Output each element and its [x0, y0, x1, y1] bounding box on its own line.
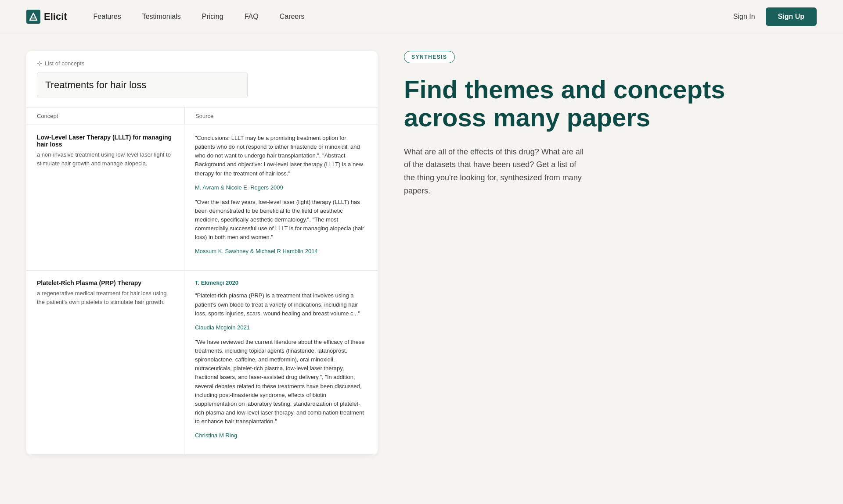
source-quote-2-2: "We have reviewed the current literature…: [195, 338, 367, 426]
table-header: Concept Source: [26, 107, 378, 125]
logo-icon: [26, 10, 40, 24]
nav-links: Features Testimonials Pricing FAQ Career…: [94, 13, 733, 21]
concept-title-2: Platelet-Rich Plasma (PRP) Therapy: [37, 279, 173, 286]
synthesis-badge: SYNTHESIS: [404, 51, 455, 63]
col-source-header: Source: [184, 107, 378, 125]
sign-up-button[interactable]: Sign Up: [766, 7, 817, 26]
col-concept-header: Concept: [26, 107, 184, 125]
source-author-2-0[interactable]: T. Ekmekçi 2020: [195, 279, 367, 286]
nav-features[interactable]: Features: [94, 13, 121, 21]
search-value: Treatments for hair loss: [45, 79, 146, 90]
concept-title-1: Low-Level Laser Therapy (LLLT) for manag…: [37, 134, 173, 148]
source-quote-1-1: "Conclusions: LLLT may be a promising tr…: [195, 134, 367, 178]
right-panel: SYNTHESIS Find themes and concepts acros…: [378, 51, 817, 455]
cell-source-1: "Conclusions: LLLT may be a promising tr…: [184, 125, 378, 270]
search-box[interactable]: Treatments for hair loss: [37, 72, 248, 98]
nav-right: Sign In Sign Up: [733, 7, 817, 26]
concept-desc-2: a regenerative medical treatment for hai…: [37, 289, 173, 306]
sign-in-link[interactable]: Sign In: [733, 13, 755, 21]
nav-faq[interactable]: FAQ: [245, 13, 259, 21]
panel-header: ⊹ List of concepts Treatments for hair l…: [26, 51, 378, 98]
svg-rect-0: [26, 10, 40, 24]
source-author-1-2[interactable]: Mossum K. Sawhney & Michael R Hamblin 20…: [195, 248, 367, 254]
nav-testimonials[interactable]: Testimonials: [142, 13, 181, 21]
source-author-2-1[interactable]: Claudia Mcgloin 2021: [195, 324, 367, 331]
right-heading: Find themes and concepts across many pap…: [404, 75, 790, 132]
logo-link[interactable]: Elicit: [26, 10, 67, 24]
logo-text: Elicit: [44, 11, 67, 22]
nav-careers[interactable]: Careers: [280, 13, 305, 21]
table-row: Low-Level Laser Therapy (LLLT) for manag…: [26, 125, 378, 271]
nav-pricing[interactable]: Pricing: [202, 13, 223, 21]
source-author-2-2[interactable]: Christina M Ring: [195, 432, 367, 439]
cell-concept-1: Low-Level Laser Therapy (LLLT) for manag…: [26, 125, 184, 270]
list-of-concepts-label: ⊹ List of concepts: [37, 60, 367, 67]
concept-desc-1: a non-invasive treatment using low-level…: [37, 150, 173, 168]
cell-concept-2: Platelet-Rich Plasma (PRP) Therapy a reg…: [26, 271, 184, 454]
right-description: What are all of the effects of this drug…: [404, 146, 588, 198]
list-label-text: List of concepts: [45, 60, 84, 67]
left-panel: ⊹ List of concepts Treatments for hair l…: [26, 51, 378, 455]
source-quote-1-2: "Over the last few years, low-level lase…: [195, 198, 367, 242]
concepts-icon: ⊹: [37, 60, 42, 67]
source-quote-2-1: "Platelet-rich plasma (PRP) is a treatme…: [195, 291, 367, 318]
navbar: Elicit Features Testimonials Pricing FAQ…: [0, 0, 843, 33]
main-content: ⊹ List of concepts Treatments for hair l…: [0, 33, 843, 472]
table-row: Platelet-Rich Plasma (PRP) Therapy a reg…: [26, 271, 378, 455]
cell-source-2: T. Ekmekçi 2020 "Platelet-rich plasma (P…: [184, 271, 378, 454]
source-author-1-1[interactable]: M. Avram & Nicole E. Rogers 2009: [195, 184, 367, 191]
